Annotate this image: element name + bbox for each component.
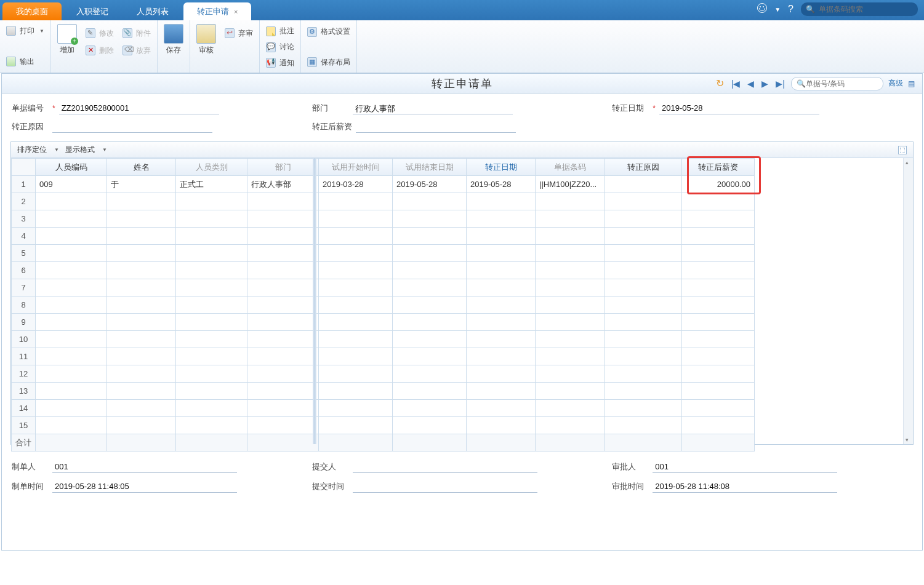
cell[interactable]: 13: [12, 383, 36, 400]
cell[interactable]: [36, 193, 107, 210]
cell[interactable]: [467, 331, 536, 348]
cell[interactable]: [107, 400, 176, 417]
cell[interactable]: [107, 296, 176, 314]
cell[interactable]: [176, 417, 247, 434]
cell[interactable]: [536, 365, 605, 383]
cell[interactable]: [536, 228, 605, 245]
cell[interactable]: [393, 417, 467, 434]
display-format-button[interactable]: 显示格式: [65, 145, 95, 155]
top-search-input[interactable]: [819, 5, 905, 14]
cell[interactable]: [393, 210, 467, 228]
cell[interactable]: [107, 417, 176, 434]
cell[interactable]: [682, 365, 755, 383]
cell[interactable]: [176, 331, 247, 348]
refresh-icon[interactable]: ↻: [715, 78, 725, 89]
cell[interactable]: 正式工: [176, 176, 247, 193]
cell[interactable]: [682, 296, 755, 314]
discard-audit-button[interactable]: 弃审: [225, 26, 253, 40]
modify-button[interactable]: 修改: [86, 26, 114, 40]
cell[interactable]: 1: [12, 176, 36, 193]
save-button[interactable]: 保存: [164, 24, 183, 55]
cell[interactable]: [467, 417, 536, 434]
cell[interactable]: [247, 210, 319, 228]
cell[interactable]: [176, 228, 247, 245]
cell[interactable]: [605, 314, 682, 331]
table-row[interactable]: 6: [12, 262, 755, 279]
cell[interactable]: [605, 296, 682, 314]
cell[interactable]: [319, 279, 393, 296]
tab-regular[interactable]: 转正申请×: [183, 2, 251, 20]
cell[interactable]: 9: [12, 314, 36, 331]
cell[interactable]: [605, 279, 682, 296]
cell[interactable]: [393, 228, 467, 245]
cell[interactable]: [36, 400, 107, 417]
cell[interactable]: [107, 262, 176, 279]
cell[interactable]: [107, 210, 176, 228]
cell[interactable]: 12: [12, 365, 36, 383]
cell[interactable]: [393, 331, 467, 348]
attach-button[interactable]: 附件: [123, 26, 151, 40]
cell[interactable]: [682, 279, 755, 296]
cell[interactable]: [247, 245, 319, 262]
cell[interactable]: [605, 417, 682, 434]
chevron-down-icon[interactable]: ▼: [774, 6, 781, 13]
cell[interactable]: [605, 210, 682, 228]
cell[interactable]: [467, 245, 536, 262]
cell[interactable]: [319, 400, 393, 417]
tab-personlist[interactable]: 人员列表: [123, 2, 182, 20]
cell[interactable]: [467, 279, 536, 296]
col-reg-date[interactable]: 转正日期: [467, 159, 536, 176]
help-icon[interactable]: ?: [788, 4, 793, 15]
cell[interactable]: [467, 365, 536, 383]
cell[interactable]: [393, 365, 467, 383]
cell[interactable]: [536, 193, 605, 210]
col-dept[interactable]: 部门: [247, 159, 319, 176]
cell[interactable]: [107, 193, 176, 210]
table-row[interactable]: 4: [12, 228, 755, 245]
cell[interactable]: [107, 314, 176, 331]
abandon-button[interactable]: 放弃: [123, 44, 151, 57]
col-code[interactable]: 人员编码: [36, 159, 107, 176]
cell[interactable]: [605, 434, 682, 452]
table-row[interactable]: 1009于正式工行政人事部2019-03-282019-05-282019-05…: [12, 176, 755, 193]
col-salary[interactable]: 转正后薪资: [682, 159, 755, 176]
cell[interactable]: [536, 417, 605, 434]
cell[interactable]: [247, 314, 319, 331]
tab-desktop[interactable]: 我的桌面: [2, 2, 62, 20]
cell[interactable]: [393, 245, 467, 262]
cell[interactable]: 3: [12, 210, 36, 228]
cell[interactable]: [682, 228, 755, 245]
cell[interactable]: [176, 365, 247, 383]
note-button[interactable]: 批注: [266, 25, 294, 38]
cell[interactable]: [176, 314, 247, 331]
cell[interactable]: 8: [12, 296, 36, 314]
grid-table[interactable]: 人员编码 姓名 人员类别 部门 试用开始时间 试用结束日期 转正日期 单据条码 …: [11, 158, 755, 452]
cell[interactable]: [319, 314, 393, 331]
col-ptype[interactable]: 人员类别: [176, 159, 247, 176]
cell[interactable]: [467, 314, 536, 331]
cell[interactable]: [247, 262, 319, 279]
cell[interactable]: [319, 417, 393, 434]
col-trial-start[interactable]: 试用开始时间: [319, 159, 393, 176]
cell[interactable]: [247, 383, 319, 400]
cell[interactable]: [247, 434, 319, 452]
cell[interactable]: [682, 417, 755, 434]
table-row[interactable]: 7: [12, 279, 755, 296]
cell[interactable]: [605, 245, 682, 262]
last-icon[interactable]: ▶|: [774, 79, 786, 89]
cell[interactable]: 4: [12, 228, 36, 245]
cell[interactable]: [536, 210, 605, 228]
cell[interactable]: 20000.00: [682, 176, 755, 193]
cell[interactable]: [319, 193, 393, 210]
cell[interactable]: [247, 400, 319, 417]
top-search[interactable]: 🔍: [801, 2, 918, 16]
cell[interactable]: [36, 417, 107, 434]
doc-search[interactable]: 🔍: [791, 77, 883, 90]
cell[interactable]: [682, 400, 755, 417]
cell[interactable]: [682, 383, 755, 400]
cell[interactable]: [393, 296, 467, 314]
table-row[interactable]: 9: [12, 314, 755, 331]
cell[interactable]: [393, 193, 467, 210]
tab-onboard[interactable]: 入职登记: [63, 2, 122, 20]
cell[interactable]: [247, 365, 319, 383]
